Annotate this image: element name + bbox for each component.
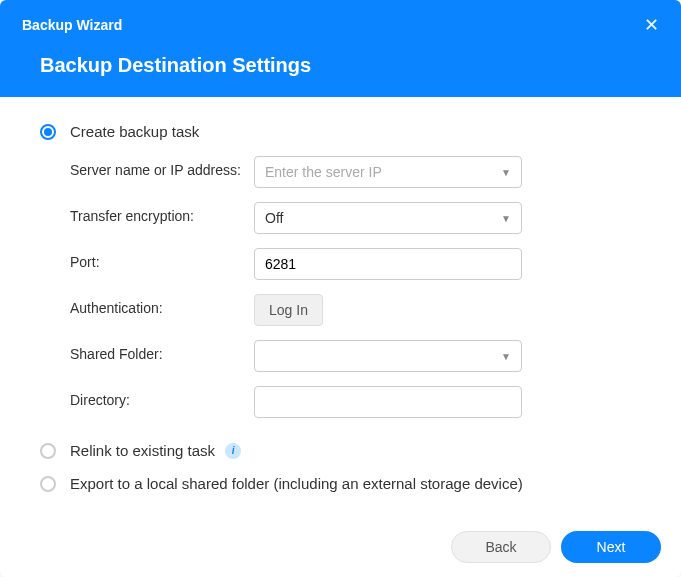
login-button[interactable]: Log In <box>254 294 323 326</box>
close-icon[interactable]: ✕ <box>644 14 659 36</box>
next-button[interactable]: Next <box>561 531 661 563</box>
dialog-footer: Back Next <box>451 531 661 563</box>
server-placeholder: Enter the server IP <box>265 164 382 180</box>
option-relink: Relink to existing task i <box>40 442 641 459</box>
chevron-down-icon: ▼ <box>501 167 511 178</box>
shared-folder-dropdown[interactable]: ▼ <box>254 340 522 372</box>
option-create: Create backup task Server name or IP add… <box>40 123 641 418</box>
dialog-header: Backup Wizard ✕ Backup Destination Setti… <box>0 0 681 97</box>
server-dropdown[interactable]: Enter the server IP ▼ <box>254 156 522 188</box>
directory-label: Directory: <box>70 386 254 408</box>
radio-export-label: Export to a local shared folder (includi… <box>70 475 523 492</box>
port-label: Port: <box>70 248 254 270</box>
info-icon[interactable]: i <box>225 443 241 459</box>
radio-relink-label: Relink to existing task <box>70 442 215 459</box>
radio-relink-task[interactable] <box>40 443 56 459</box>
directory-input[interactable] <box>254 386 522 418</box>
encryption-dropdown[interactable]: Off ▼ <box>254 202 522 234</box>
encryption-value: Off <box>265 210 283 226</box>
port-input[interactable] <box>254 248 522 280</box>
content-area: Create backup task Server name or IP add… <box>0 97 681 512</box>
server-label: Server name or IP address: <box>70 156 254 178</box>
auth-label: Authentication: <box>70 294 254 316</box>
chevron-down-icon: ▼ <box>501 351 511 362</box>
option-export: Export to a local shared folder (includi… <box>40 475 641 492</box>
radio-create-label: Create backup task <box>70 123 199 140</box>
back-button[interactable]: Back <box>451 531 551 563</box>
page-title: Backup Destination Settings <box>22 54 659 77</box>
chevron-down-icon: ▼ <box>501 213 511 224</box>
window-title: Backup Wizard <box>22 17 122 33</box>
encryption-label: Transfer encryption: <box>70 202 254 224</box>
shared-folder-label: Shared Folder: <box>70 340 254 362</box>
radio-create-task[interactable] <box>40 124 56 140</box>
create-task-form: Server name or IP address: Enter the ser… <box>70 156 641 418</box>
radio-export-task[interactable] <box>40 476 56 492</box>
